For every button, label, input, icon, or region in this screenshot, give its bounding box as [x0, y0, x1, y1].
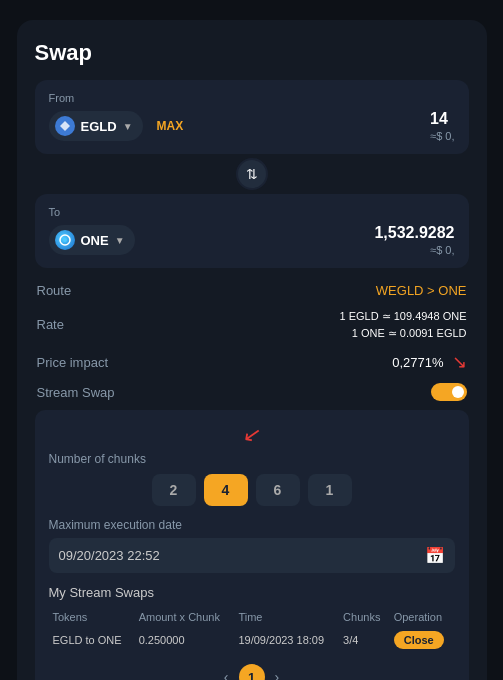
rate-line2: 1 ONE ≃ 0.0091 EGLD — [339, 325, 466, 342]
to-card: To ONE ▼ 1,532.9282 ≈$ 0, — [35, 194, 469, 268]
col-chunks: Chunks — [339, 608, 390, 626]
stream-swap-toggle-container — [431, 383, 467, 401]
swap-container: Swap From EGLD ▼ MAX 14 ≈$ 0, ⇅ — [17, 20, 487, 680]
from-amount: 14 — [430, 110, 454, 128]
from-label: From — [49, 92, 455, 104]
calendar-icon: 📅 — [425, 546, 445, 565]
stream-swap-section: ↙ Number of chunks 2 4 6 1 Maximum execu… — [35, 410, 469, 680]
pagination: ‹ 1 › — [49, 664, 455, 680]
from-token-name: EGLD — [81, 119, 117, 134]
chunk-btn-4[interactable]: 4 — [204, 474, 248, 506]
rate-label: Rate — [37, 317, 64, 332]
swaps-table: Tokens Amount x Chunk Time Chunks Operat… — [49, 608, 455, 654]
close-button[interactable]: Close — [394, 631, 444, 649]
my-swaps-label: My Stream Swaps — [49, 585, 455, 600]
to-chevron-icon: ▼ — [115, 235, 125, 246]
col-operation: Operation — [390, 608, 455, 626]
from-card: From EGLD ▼ MAX 14 ≈$ 0, — [35, 80, 469, 154]
svg-point-1 — [63, 238, 67, 242]
row-tokens: EGLD to ONE — [49, 626, 135, 654]
max-button[interactable]: MAX — [157, 119, 184, 133]
chunk-buttons-row: 2 4 6 1 — [49, 474, 455, 506]
annotation-arrow: ↙ — [49, 422, 455, 448]
chunk-btn-2[interactable]: 2 — [152, 474, 196, 506]
date-value: 09/20/2023 22:52 — [59, 548, 160, 563]
table-row: EGLD to ONE 0.250000 19/09/2023 18:09 3/… — [49, 626, 455, 654]
row-time: 19/09/2023 18:09 — [234, 626, 339, 654]
chunks-label: Number of chunks — [49, 452, 455, 466]
chunk-btn-1[interactable]: 1 — [308, 474, 352, 506]
from-chevron-icon: ▼ — [123, 121, 133, 132]
price-impact-value: 0,2771% ↘ — [392, 351, 466, 373]
stream-swap-row: Stream Swap — [37, 378, 467, 406]
route-row: Route WEGLD > ONE — [37, 278, 467, 303]
price-impact-label: Price impact — [37, 355, 109, 370]
from-usd: ≈$ 0, — [430, 130, 454, 142]
route-label: Route — [37, 283, 72, 298]
egld-icon — [55, 116, 75, 136]
red-arrow-icon: ↙ — [240, 421, 262, 450]
chunk-btn-6[interactable]: 6 — [256, 474, 300, 506]
row-amount: 0.250000 — [135, 626, 235, 654]
next-page-button[interactable]: › — [275, 669, 280, 680]
info-section: Route WEGLD > ONE Rate 1 EGLD ≃ 109.4948… — [35, 278, 469, 406]
to-usd: ≈$ 0, — [374, 244, 454, 256]
route-value: WEGLD > ONE — [376, 283, 467, 298]
date-label: Maximum execution date — [49, 518, 455, 532]
page-title: Swap — [35, 40, 469, 66]
stream-swap-toggle[interactable] — [431, 383, 467, 401]
rate-value: 1 EGLD ≃ 109.4948 ONE 1 ONE ≃ 0.0091 EGL… — [339, 308, 466, 341]
date-input-row[interactable]: 09/20/2023 22:52 📅 — [49, 538, 455, 573]
current-page[interactable]: 1 — [239, 664, 265, 680]
to-token-selector[interactable]: ONE ▼ — [49, 225, 135, 255]
swap-direction-button[interactable]: ⇅ — [236, 158, 268, 190]
row-chunks: 3/4 — [339, 626, 390, 654]
row-operation: Close — [390, 626, 455, 654]
arrow-down-icon: ↘ — [452, 351, 467, 373]
one-icon — [55, 230, 75, 250]
col-tokens: Tokens — [49, 608, 135, 626]
col-amount: Amount x Chunk — [135, 608, 235, 626]
price-impact-number: 0,2771% — [392, 355, 443, 370]
stream-swap-label: Stream Swap — [37, 385, 115, 400]
to-token-name: ONE — [81, 233, 109, 248]
prev-page-button[interactable]: ‹ — [224, 669, 229, 680]
to-label: To — [49, 206, 455, 218]
from-token-selector[interactable]: EGLD ▼ — [49, 111, 143, 141]
swap-direction-row: ⇅ — [35, 158, 469, 190]
price-impact-row: Price impact 0,2771% ↘ — [37, 346, 467, 378]
rate-line1: 1 EGLD ≃ 109.4948 ONE — [339, 308, 466, 325]
rate-row: Rate 1 EGLD ≃ 109.4948 ONE 1 ONE ≃ 0.009… — [37, 303, 467, 346]
col-time: Time — [234, 608, 339, 626]
to-amount: 1,532.9282 — [374, 224, 454, 242]
